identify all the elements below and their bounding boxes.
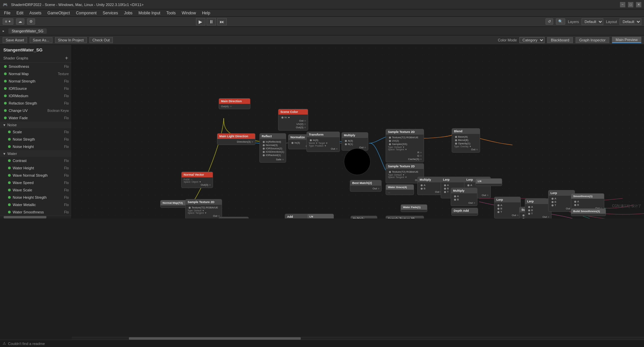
node-depth-add[interactable]: Depth Add [451,208,478,216]
menu-component[interactable]: Component [73,10,99,16]
property-name: Wave Speed [13,181,63,185]
add-property-button[interactable]: + [65,55,68,61]
color-mode-label: Color Mode [498,38,517,42]
sidebar-item-noise-stregth[interactable]: Noise Stregth Flo [0,136,71,143]
property-type: Flo [64,210,69,214]
sidebar-item-change-uv[interactable]: Change UV Boolean Keyw [0,107,71,114]
sidebar-horizontal-scrollbar[interactable] [0,216,71,218]
node-scene-color[interactable]: Scene Color In: ● Out ○ UV(2) ○ Out(3) ○ [278,109,308,131]
pause-button[interactable]: ⏸ [207,18,216,25]
tab-graph-inspector[interactable]: Graph Inspector [576,37,609,43]
node-multiply-right[interactable]: Multiply A B Out ○ [451,188,477,206]
node-multiply-top[interactable]: Multiply A(3) B(1) Out ○ [342,132,368,151]
sidebar-group-noise[interactable]: ▼Noise [0,122,71,128]
node-sample-tex-bl[interactable]: Sample Texture 2D Texture(T2) RGBA/UE Ty… [185,199,222,218]
sidebar-item-refaction-stregth[interactable]: Refaction Stregth Flo [0,100,71,107]
menu-file[interactable]: File [1,10,13,16]
close-button[interactable]: ✕ [636,2,641,7]
save-asset-button[interactable]: Save Asset [3,37,27,43]
node-ln-1[interactable]: LN [307,214,334,218]
toolbar: ≡ ✦ ☁ ⚙ ▶ ⏸ ⏭ ↺ 🔍 Layers Default Layout … [0,17,644,27]
play-button[interactable]: ▶ [196,18,205,25]
sidebar-scroll[interactable]: Smoothness Flo Normal Map Texture Normal… [0,63,71,216]
sidebar-item-water-height[interactable]: Water Height Flo [0,164,71,172]
sidebar-item-water-fade[interactable]: Water Fade Flo [0,114,71,122]
sidebar-item-contrast[interactable]: Contrast Flo [0,157,71,164]
property-type: Flo [64,203,69,207]
check-out-button[interactable]: Check Out [89,37,113,43]
sidebar-item-smoothness[interactable]: Smoothness Flo [0,63,71,70]
menu-services[interactable]: Services [100,10,121,16]
step-button[interactable]: ⏭ [217,18,227,25]
menu-assets[interactable]: Assets [27,10,44,16]
node-lerp-right[interactable]: Lerp A B T Out ○ [494,197,521,218]
horizontal-scrollbar[interactable] [72,337,644,340]
node-main-light[interactable]: Main Light Direction Direction(3) ○ [217,133,255,145]
node-water-grace[interactable]: Water Grace(4) ... [386,184,414,195]
scrollbar-thumb [129,337,300,340]
search-button[interactable]: 🔍 [556,18,565,25]
property-name: Change UV [9,109,46,113]
property-name: Wave Scale [13,188,63,192]
menu-help[interactable]: Help [199,10,213,16]
sidebar-item-wave-speed[interactable]: Wave Speed Flo [0,179,71,186]
shader-tab-title[interactable]: StangentWater_SG [8,28,47,34]
sidebar-item-iorsource[interactable]: IORSource Flo [0,85,71,92]
color-mode-select[interactable]: Category None [519,37,545,43]
title-bar: 🎮 ShaderHDRP2022 - Scene - Windows, Mac,… [0,0,644,9]
sidebar: StangentWater_SG Shader Graphs + Smoothn… [0,45,72,218]
node-reflect[interactable]: Reflect In(Reflected) Normal(3) IORSourc… [259,133,286,163]
node-sample-tex-top[interactable]: Sample Texture 2D Texture(T2) RGBA/UE UV… [386,129,424,162]
sidebar-item-iormedium[interactable]: IORMedium Flo [0,92,71,100]
property-dot [4,95,7,97]
shader-graphs-label: Shader Graphs [3,56,28,60]
node-multiply-bot[interactable]: Multiply A B Out ○ [351,216,377,218]
node-multiply-mid[interactable]: Multiply A B Out ○ [417,177,444,195]
graph-canvas[interactable]: Main Direction Out(4): ○ Scene Color In:… [72,45,644,218]
node-normal-blend[interactable]: Normal Blend A(3) B(3) Mode: Default ▼ O… [219,217,249,218]
toolbar-icon-1[interactable]: ≡ ✦ [3,18,13,25]
sidebar-item-scale[interactable]: Scale Flo [0,128,71,136]
menu-jobs[interactable]: Jobs [121,10,135,16]
menu-tools[interactable]: Tools [164,10,178,16]
tab-blackboard[interactable]: Blackboard [547,37,573,43]
history-button[interactable]: ↺ [546,18,553,25]
sidebar-item-water-smoothness[interactable]: Water Smoothness Flo [0,208,71,216]
save-as-button[interactable]: Save As... [30,37,52,43]
layout-label: Layout [606,20,617,24]
node-build-smooth[interactable]: Build Smoothness(1) [571,208,606,216]
layout-dropdown[interactable]: Default [620,18,641,25]
maximize-button[interactable]: □ [628,2,633,7]
node-main-direction[interactable]: Main Direction Out(4): ○ [219,98,250,109]
preview-circle-1 [344,148,371,175]
menu-bar: File Edit Assets GameObject Component Se… [0,9,644,17]
menu-edit[interactable]: Edit [14,10,26,16]
node-ln-2[interactable]: LN [475,178,502,186]
node-blend[interactable]: Blend Base(A) Blend(B) Opacity(1) Type: … [452,128,480,153]
node-normal-map[interactable]: Normal Map(T2) [160,200,189,208]
sidebar-item-wave-normal-stregth[interactable]: Wave Normal Stregth Flo [0,172,71,179]
node-normal-vector[interactable]: Normal Vector PoDE: ○ Space: Object ▼ Ou… [181,172,213,188]
menu-window[interactable]: Window [179,10,199,16]
node-transform[interactable]: Transform In(3) World ▼ Target ▼ Type: P… [306,132,340,152]
sidebar-group-water[interactable]: ▼Water [0,150,71,157]
menu-gameobject[interactable]: GameObject [45,10,72,16]
sidebar-item-wave-scale[interactable]: Wave Scale Flo [0,186,71,194]
sidebar-item-water-metallic[interactable]: Water Metallic Flo [0,201,71,208]
node-water-fade[interactable]: Water Fade(1) [401,204,427,212]
node-sample-tex-rb[interactable]: Sample Texture 2D Texture(T2) RGBA/UE Ty… [386,216,424,218]
sidebar-item-noise-height-stregth[interactable]: Noise Height Stregth Flo [0,194,71,201]
minimize-button[interactable]: − [620,2,625,7]
toolbar-cloud[interactable]: ☁ [16,18,24,25]
sidebar-item-normal-strength[interactable]: Normal Strength Flo [0,77,71,85]
node-lerp-3[interactable]: Lerp A B T Out ○ [525,198,552,218]
sidebar-item-noise-height[interactable]: Noise Height Flo [0,143,71,150]
show-in-project-button[interactable]: Show In Project [55,37,87,43]
layers-dropdown[interactable]: Default [582,18,603,25]
menu-mobile-input[interactable]: Mobile Input [136,10,163,16]
property-dot [4,109,7,112]
toolbar-settings[interactable]: ⚙ [27,18,35,25]
sidebar-item-normal-map[interactable]: Normal Map Texture [0,70,71,77]
node-best-match[interactable]: Best Match(2) Out ○ [350,180,382,192]
tab-main-preview[interactable]: Main Preview [612,37,641,43]
